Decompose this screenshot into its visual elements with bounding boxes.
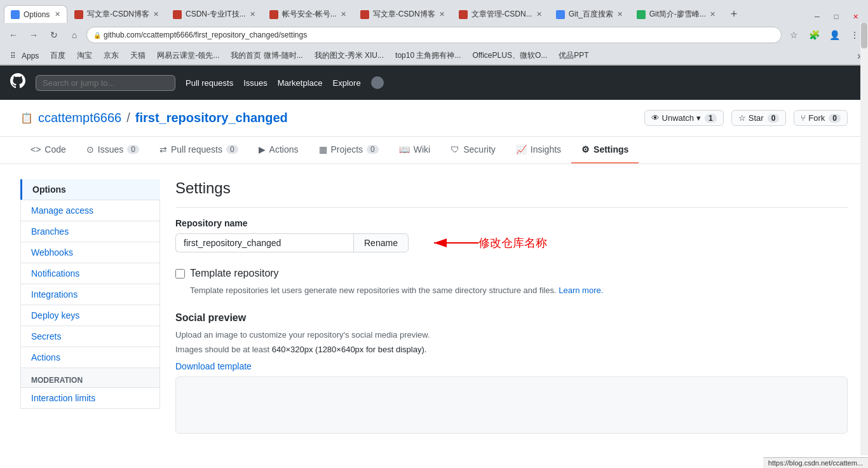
template-checkbox-row: Template repository [175,268,848,279]
tab-close-csdn2[interactable]: ✕ [250,10,255,18]
tab-close-git1[interactable]: ✕ [617,10,623,18]
bookmark-xiumi[interactable]: 我的图文-秀米 XIU... [309,49,389,62]
watch-count: 1 [705,114,717,123]
bookmark-baidu[interactable]: 百度 [45,49,71,62]
sidebar-item-branches[interactable]: Branches [20,221,160,242]
browser-chrome: Options ✕ 写文章-CSDN博客 ✕ CSDN-专业IT技... ✕ 帐… [0,0,868,65]
nav-explore[interactable]: Explore [333,78,361,88]
download-template-link[interactable]: Download template [175,361,252,371]
issues-icon: ⊙ [86,144,94,155]
tab-wiki[interactable]: 📖 Wiki [389,137,440,163]
template-section: Template repository Template repositorie… [175,268,848,297]
sidebar-item-webhooks[interactable]: Webhooks [20,242,160,263]
repo-name-input[interactable] [175,233,353,252]
tab-csdn2[interactable]: CSDN-专业IT技... ✕ [166,5,262,23]
bookmark-jd[interactable]: 京东 [98,49,124,62]
tab-close-csdn3[interactable]: ✕ [341,10,346,18]
tab-security[interactable]: 🛡 Security [440,137,506,163]
sidebar-options-section: Options Manage access Branches Webhooks … [20,179,160,409]
bookmark-jd-label: 京东 [104,50,119,61]
tab-pulls[interactable]: ⇄ Pull requests 0 [149,137,248,163]
tab-issues[interactable]: ⊙ Issues 0 [76,137,149,163]
tab-favicon-csdn3 [269,10,278,19]
address-input-wrapper[interactable]: 🔒 github.com/ccattempt6666/first_reposit… [86,27,782,43]
bookmark-tianmao[interactable]: 天猫 [125,49,151,62]
close-button[interactable]: ✕ [846,10,864,23]
reload-button[interactable]: ↻ [46,27,62,43]
maximize-button[interactable]: □ [827,10,845,23]
tab-csdn4[interactable]: 写文章-CSDN博客 ✕ [353,5,452,23]
repo-name-link[interactable]: first_repository_changed [135,111,288,125]
minimize-button[interactable]: ─ [808,10,826,23]
template-checkbox[interactable] [175,269,185,279]
star-button[interactable]: ☆ Star 0 [731,110,787,126]
bookmark-office[interactable]: OfficePLUS、微软O... [467,49,552,62]
pulls-icon: ⇄ [159,144,167,155]
sidebar-item-secrets[interactable]: Secrets [20,326,160,347]
tab-close-csdn1[interactable]: ✕ [153,10,159,18]
bookmark-apps[interactable]: ⠿ Apps [5,50,44,62]
tab-csdn5[interactable]: 文章管理-CSDN... ✕ [452,5,549,23]
tab-favicon-csdn4 [360,10,369,19]
social-size-highlight: 640×320px (1280×640px for best display). [272,345,427,354]
tab-csdn1[interactable]: 写文章-CSDN博客 ✕ [67,5,166,23]
tab-code[interactable]: <> Code [20,137,76,163]
nav-marketplace[interactable]: Marketplace [278,78,323,88]
github-search-input[interactable] [36,75,175,91]
tab-close-git2[interactable]: ✕ [710,10,715,18]
sidebar-item-integrations[interactable]: Integrations [20,284,160,305]
tab-favicon-csdn1 [74,10,83,19]
tab-actions[interactable]: ▶ Actions [248,137,309,163]
extensions-icon[interactable]: 🧩 [806,27,822,43]
nav-pull-requests[interactable]: Pull requests [186,78,233,88]
watch-button[interactable]: 👁 Unwatch ▾ 1 [644,110,724,126]
rename-button[interactable]: Rename [353,233,409,252]
tab-git1[interactable]: Git_百度搜索 ✕ [549,5,630,23]
star-count: 0 [768,114,780,123]
tab-close-csdn4[interactable]: ✕ [439,10,445,18]
sidebar-item-interaction-limits[interactable]: Interaction limits [20,388,160,409]
bookmark-taobao[interactable]: 淘宝 [72,49,97,62]
sidebar-item-manage-access[interactable]: Manage access [20,200,160,221]
tab-insights[interactable]: 📈 Insights [506,137,571,163]
tab-actions-label: Actions [269,144,299,155]
tab-close-csdn5[interactable]: ✕ [536,10,542,18]
back-button[interactable]: ← [5,27,22,43]
repo-owner-link[interactable]: ccattempt6666 [38,111,121,125]
sidebar-item-deploy-keys[interactable]: Deploy keys [20,305,160,326]
tab-projects[interactable]: ▦ Projects 0 [309,137,389,163]
tab-git2[interactable]: Git简介-廖雪峰... ✕ [630,5,722,23]
tab-settings[interactable]: ⚙ Settings [571,137,639,163]
profile-button[interactable]: 👤 [826,27,843,43]
main-content: Options Manage access Branches Webhooks … [0,164,868,449]
settings-title: Settings [175,179,848,208]
pulls-badge: 0 [226,145,238,154]
home-button[interactable]: ⌂ [66,27,83,43]
sidebar-options-heading[interactable]: Options [20,179,160,200]
bookmark-wangyi[interactable]: 网易云课堂-领先... [152,49,224,62]
insights-icon: 📈 [516,144,527,155]
tab-close-options[interactable]: ✕ [55,10,60,18]
tab-csdn3[interactable]: 帐号安全-帐号... ✕ [262,5,353,23]
social-preview-section: Social preview Upload an image to custom… [175,312,848,434]
sidebar-item-actions[interactable]: Actions [20,347,160,368]
learn-more-link[interactable]: Learn more. [559,286,603,295]
new-tab-button[interactable]: + [725,5,743,23]
user-avatar[interactable] [371,76,384,89]
scrollbar-thumb[interactable] [861,23,867,48]
fork-button[interactable]: ⑂ Fork 0 [794,110,848,126]
bookmark-top10-label: top10 主角拥有神... [395,50,461,61]
sidebar-item-notifications[interactable]: Notifications [20,263,160,284]
bookmark-youppt[interactable]: 优品PPT [553,49,593,62]
scrollbar[interactable] [860,23,868,449]
bookmark-star-button[interactable]: ☆ [785,27,802,43]
tab-favicon-git1 [556,10,565,19]
template-desc: Template repositories let users generate… [175,284,848,297]
bookmark-wangyi-label: 网易云课堂-领先... [157,50,219,61]
nav-issues[interactable]: Issues [243,78,268,88]
bookmark-top10[interactable]: top10 主角拥有神... [390,49,466,62]
github-logo[interactable] [10,73,25,92]
tab-options[interactable]: Options ✕ [4,5,67,23]
bookmark-weibo[interactable]: 我的首页 微博-随时... [226,49,308,62]
forward-button[interactable]: → [25,27,42,43]
